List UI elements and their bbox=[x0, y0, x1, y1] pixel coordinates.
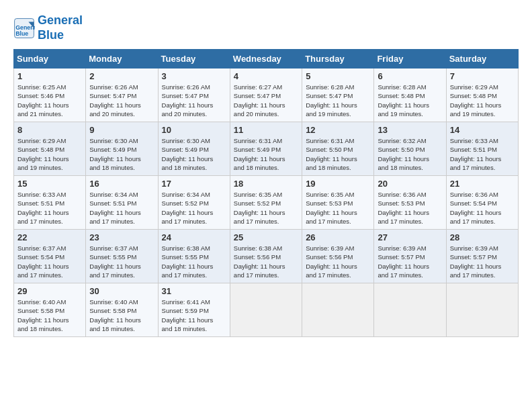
calendar-cell bbox=[230, 283, 302, 337]
day-header-tuesday: Tuesday bbox=[158, 50, 230, 68]
calendar-cell: 29Sunrise: 6:40 AM Sunset: 5:58 PM Dayli… bbox=[14, 283, 86, 337]
day-info: Sunrise: 6:25 AM Sunset: 5:46 PM Dayligh… bbox=[17, 83, 82, 118]
day-info: Sunrise: 6:29 AM Sunset: 5:48 PM Dayligh… bbox=[450, 83, 515, 118]
day-number: 27 bbox=[378, 232, 442, 242]
page-header: General Blue General Blue bbox=[13, 13, 519, 42]
day-number: 16 bbox=[89, 179, 154, 189]
day-number: 26 bbox=[306, 232, 370, 242]
calendar-cell: 24Sunrise: 6:38 AM Sunset: 5:55 PM Dayli… bbox=[158, 230, 230, 283]
day-number: 31 bbox=[162, 286, 226, 296]
day-number: 11 bbox=[234, 125, 298, 135]
day-number: 25 bbox=[234, 232, 298, 242]
calendar-cell: 17Sunrise: 6:34 AM Sunset: 5:52 PM Dayli… bbox=[158, 176, 230, 230]
day-info: Sunrise: 6:27 AM Sunset: 5:47 PM Dayligh… bbox=[234, 83, 298, 118]
calendar-cell: 16Sunrise: 6:34 AM Sunset: 5:51 PM Dayli… bbox=[86, 176, 158, 230]
calendar-table: SundayMondayTuesdayWednesdayThursdayFrid… bbox=[13, 49, 519, 337]
day-info: Sunrise: 6:34 AM Sunset: 5:51 PM Dayligh… bbox=[89, 190, 154, 226]
day-info: Sunrise: 6:37 AM Sunset: 5:54 PM Dayligh… bbox=[17, 244, 82, 279]
logo-icon: General Blue bbox=[13, 17, 35, 39]
day-info: Sunrise: 6:39 AM Sunset: 5:57 PM Dayligh… bbox=[378, 244, 442, 279]
day-number: 29 bbox=[17, 286, 82, 296]
day-header-wednesday: Wednesday bbox=[230, 50, 302, 68]
week-row-4: 22Sunrise: 6:37 AM Sunset: 5:54 PM Dayli… bbox=[14, 230, 519, 283]
day-header-thursday: Thursday bbox=[302, 50, 374, 68]
calendar-cell: 1Sunrise: 6:25 AM Sunset: 5:46 PM Daylig… bbox=[14, 68, 86, 122]
day-number: 8 bbox=[17, 125, 82, 135]
day-number: 17 bbox=[162, 179, 226, 189]
calendar-cell bbox=[302, 283, 374, 337]
week-row-5: 29Sunrise: 6:40 AM Sunset: 5:58 PM Dayli… bbox=[14, 283, 519, 337]
day-info: Sunrise: 6:26 AM Sunset: 5:47 PM Dayligh… bbox=[89, 83, 154, 118]
day-number: 22 bbox=[17, 232, 82, 242]
calendar-cell: 12Sunrise: 6:31 AM Sunset: 5:50 PM Dayli… bbox=[302, 122, 374, 176]
day-info: Sunrise: 6:33 AM Sunset: 5:51 PM Dayligh… bbox=[17, 190, 82, 226]
calendar-cell: 3Sunrise: 6:26 AM Sunset: 5:47 PM Daylig… bbox=[158, 68, 230, 122]
day-info: Sunrise: 6:31 AM Sunset: 5:49 PM Dayligh… bbox=[234, 136, 298, 172]
header-row: SundayMondayTuesdayWednesdayThursdayFrid… bbox=[14, 50, 519, 68]
day-number: 20 bbox=[378, 179, 442, 189]
day-info: Sunrise: 6:37 AM Sunset: 5:55 PM Dayligh… bbox=[89, 244, 154, 279]
day-number: 21 bbox=[450, 179, 515, 189]
day-number: 13 bbox=[378, 125, 442, 135]
day-header-sunday: Sunday bbox=[14, 50, 86, 68]
calendar-cell bbox=[374, 283, 446, 337]
day-number: 6 bbox=[378, 71, 442, 81]
calendar-cell bbox=[446, 283, 518, 337]
day-info: Sunrise: 6:40 AM Sunset: 5:58 PM Dayligh… bbox=[17, 298, 82, 333]
day-info: Sunrise: 6:35 AM Sunset: 5:52 PM Dayligh… bbox=[234, 190, 298, 226]
day-info: Sunrise: 6:33 AM Sunset: 5:51 PM Dayligh… bbox=[450, 136, 515, 172]
day-info: Sunrise: 6:31 AM Sunset: 5:50 PM Dayligh… bbox=[306, 136, 370, 172]
day-number: 23 bbox=[89, 232, 154, 242]
day-number: 18 bbox=[234, 179, 298, 189]
calendar-cell: 10Sunrise: 6:30 AM Sunset: 5:49 PM Dayli… bbox=[158, 122, 230, 176]
calendar-cell: 18Sunrise: 6:35 AM Sunset: 5:52 PM Dayli… bbox=[230, 176, 302, 230]
day-number: 9 bbox=[89, 125, 154, 135]
day-number: 7 bbox=[450, 71, 515, 81]
calendar-cell: 23Sunrise: 6:37 AM Sunset: 5:55 PM Dayli… bbox=[86, 230, 158, 283]
calendar-cell: 27Sunrise: 6:39 AM Sunset: 5:57 PM Dayli… bbox=[374, 230, 446, 283]
day-header-saturday: Saturday bbox=[446, 50, 518, 68]
calendar-cell: 4Sunrise: 6:27 AM Sunset: 5:47 PM Daylig… bbox=[230, 68, 302, 122]
calendar-cell: 25Sunrise: 6:38 AM Sunset: 5:56 PM Dayli… bbox=[230, 230, 302, 283]
day-info: Sunrise: 6:36 AM Sunset: 5:54 PM Dayligh… bbox=[450, 190, 515, 226]
week-row-2: 8Sunrise: 6:29 AM Sunset: 5:48 PM Daylig… bbox=[14, 122, 519, 176]
calendar-cell: 2Sunrise: 6:26 AM Sunset: 5:47 PM Daylig… bbox=[86, 68, 158, 122]
calendar-cell: 26Sunrise: 6:39 AM Sunset: 5:56 PM Dayli… bbox=[302, 230, 374, 283]
day-number: 12 bbox=[306, 125, 370, 135]
day-info: Sunrise: 6:34 AM Sunset: 5:52 PM Dayligh… bbox=[162, 190, 226, 226]
day-number: 4 bbox=[234, 71, 298, 81]
day-info: Sunrise: 6:29 AM Sunset: 5:48 PM Dayligh… bbox=[17, 136, 82, 172]
calendar-cell: 22Sunrise: 6:37 AM Sunset: 5:54 PM Dayli… bbox=[14, 230, 86, 283]
week-row-1: 1Sunrise: 6:25 AM Sunset: 5:46 PM Daylig… bbox=[14, 68, 519, 122]
calendar-cell: 19Sunrise: 6:35 AM Sunset: 5:53 PM Dayli… bbox=[302, 176, 374, 230]
day-info: Sunrise: 6:38 AM Sunset: 5:55 PM Dayligh… bbox=[162, 244, 226, 279]
logo: General Blue General Blue bbox=[13, 13, 83, 42]
calendar-cell: 30Sunrise: 6:40 AM Sunset: 5:58 PM Dayli… bbox=[86, 283, 158, 337]
day-info: Sunrise: 6:38 AM Sunset: 5:56 PM Dayligh… bbox=[234, 244, 298, 279]
calendar-cell: 5Sunrise: 6:28 AM Sunset: 5:47 PM Daylig… bbox=[302, 68, 374, 122]
day-number: 14 bbox=[450, 125, 515, 135]
day-number: 19 bbox=[306, 179, 370, 189]
day-info: Sunrise: 6:40 AM Sunset: 5:58 PM Dayligh… bbox=[89, 298, 154, 333]
day-number: 15 bbox=[17, 179, 82, 189]
calendar-cell: 28Sunrise: 6:39 AM Sunset: 5:57 PM Dayli… bbox=[446, 230, 518, 283]
calendar-cell: 11Sunrise: 6:31 AM Sunset: 5:49 PM Dayli… bbox=[230, 122, 302, 176]
day-info: Sunrise: 6:39 AM Sunset: 5:57 PM Dayligh… bbox=[450, 244, 515, 279]
day-info: Sunrise: 6:35 AM Sunset: 5:53 PM Dayligh… bbox=[306, 190, 370, 226]
day-info: Sunrise: 6:41 AM Sunset: 5:59 PM Dayligh… bbox=[162, 298, 226, 333]
day-info: Sunrise: 6:28 AM Sunset: 5:48 PM Dayligh… bbox=[378, 83, 442, 118]
day-info: Sunrise: 6:32 AM Sunset: 5:50 PM Dayligh… bbox=[378, 136, 442, 172]
calendar-cell: 15Sunrise: 6:33 AM Sunset: 5:51 PM Dayli… bbox=[14, 176, 86, 230]
day-info: Sunrise: 6:39 AM Sunset: 5:56 PM Dayligh… bbox=[306, 244, 370, 279]
day-info: Sunrise: 6:36 AM Sunset: 5:53 PM Dayligh… bbox=[378, 190, 442, 226]
day-header-monday: Monday bbox=[86, 50, 158, 68]
day-number: 5 bbox=[306, 71, 370, 81]
calendar-cell: 7Sunrise: 6:29 AM Sunset: 5:48 PM Daylig… bbox=[446, 68, 518, 122]
day-info: Sunrise: 6:26 AM Sunset: 5:47 PM Dayligh… bbox=[162, 83, 226, 118]
calendar-cell: 9Sunrise: 6:30 AM Sunset: 5:49 PM Daylig… bbox=[86, 122, 158, 176]
logo-text: General Blue bbox=[38, 13, 83, 42]
day-info: Sunrise: 6:28 AM Sunset: 5:47 PM Dayligh… bbox=[306, 83, 370, 118]
day-number: 28 bbox=[450, 232, 515, 242]
day-number: 2 bbox=[89, 71, 154, 81]
day-info: Sunrise: 6:30 AM Sunset: 5:49 PM Dayligh… bbox=[162, 136, 226, 172]
